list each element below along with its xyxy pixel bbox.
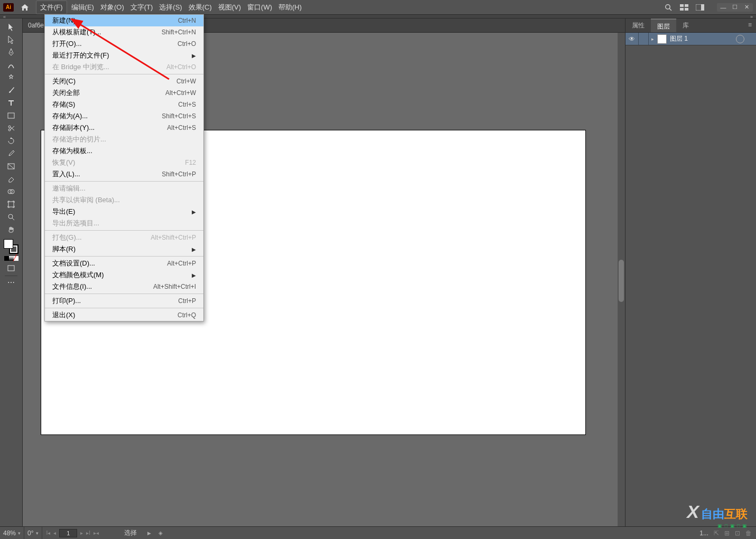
curvature-tool[interactable] bbox=[5, 60, 17, 70]
fill-swatch[interactable] bbox=[4, 239, 13, 249]
file-menu-item-9[interactable]: 存储为(A)...Shift+Ctrl+S bbox=[45, 110, 203, 122]
menubar-item-7[interactable]: 窗口(W) bbox=[245, 1, 274, 14]
zoom-field[interactable]: 48%▾ bbox=[0, 527, 24, 539]
magic-wand-tool[interactable] bbox=[5, 72, 17, 83]
artboard-tool[interactable] bbox=[5, 199, 17, 210]
menu-item-label: 文档设置(D)... bbox=[52, 259, 167, 268]
menu-item-label: 最近打开的文件(F) bbox=[52, 51, 192, 60]
menubar: Ai 文件(F)编辑(E)对象(O)文字(T)选择(S)效果(C)视图(V)窗口… bbox=[0, 0, 756, 14]
menubar-item-8[interactable]: 帮助(H) bbox=[276, 1, 304, 14]
chevron-left-icon[interactable]: « bbox=[3, 14, 6, 20]
menu-separator bbox=[45, 230, 203, 231]
file-menu-item-24[interactable]: 文档设置(D)...Alt+Ctrl+P bbox=[45, 258, 203, 269]
rotate-tool[interactable] bbox=[5, 136, 17, 146]
menubar-item-4[interactable]: 选择(S) bbox=[157, 1, 184, 14]
file-menu-item-6[interactable]: 关闭(C)Ctrl+W bbox=[45, 75, 203, 87]
status-icon-3[interactable]: ⊡ bbox=[735, 529, 740, 537]
file-menu-item-26[interactable]: 文件信息(I)...Alt+Shift+Ctrl+I bbox=[45, 281, 203, 292]
shapebuilder-tool[interactable] bbox=[5, 186, 17, 197]
layer-thumbnail bbox=[657, 34, 667, 44]
status-triangle-icon[interactable]: ▶ bbox=[147, 531, 151, 536]
file-menu-item-18[interactable]: 导出(E)▶ bbox=[45, 206, 203, 218]
target-icon[interactable] bbox=[736, 35, 744, 43]
file-menu-item-12[interactable]: 存储为模板... bbox=[45, 145, 203, 157]
panel-menu-icon[interactable]: ≡ bbox=[744, 18, 756, 32]
next-artboard-button[interactable]: ▸ bbox=[80, 530, 83, 536]
status-diamond-icon[interactable]: ◈ bbox=[158, 530, 163, 536]
menubar-item-5[interactable]: 效果(C) bbox=[186, 1, 214, 14]
pen-tool[interactable] bbox=[5, 47, 17, 58]
file-menu-item-2[interactable]: 打开(O)...Ctrl+O bbox=[45, 38, 203, 50]
workspace-icon[interactable] bbox=[696, 3, 704, 12]
menu-item-shortcut: Alt+Ctrl+O bbox=[166, 63, 196, 71]
menu-item-label: 存储为模板... bbox=[52, 146, 196, 156]
file-menu-item-0[interactable]: 新建(N)...Ctrl+N bbox=[45, 15, 203, 26]
maximize-button[interactable]: ☐ bbox=[730, 4, 740, 11]
artboard-number-input[interactable] bbox=[59, 529, 77, 537]
brush-tool[interactable] bbox=[5, 85, 17, 96]
rectangle-tool[interactable] bbox=[5, 110, 17, 121]
file-menu-item-28[interactable]: 打印(P)...Ctrl+P bbox=[45, 295, 203, 307]
expand-toggle-icon[interactable]: ▸ bbox=[649, 36, 656, 42]
type-tool[interactable] bbox=[5, 98, 17, 108]
prev-artboard-button[interactable]: ◂ bbox=[53, 530, 56, 536]
panel-tab-0[interactable]: 属性 bbox=[626, 18, 651, 32]
last-artboard-button[interactable]: ▸I bbox=[86, 530, 90, 536]
hand-tool[interactable] bbox=[5, 224, 17, 235]
status-trash-icon[interactable]: 🗑 bbox=[745, 529, 752, 537]
file-menu-item-10[interactable]: 存储副本(Y)...Alt+Ctrl+S bbox=[45, 122, 203, 134]
scrollbar-thumb[interactable] bbox=[619, 260, 624, 302]
menu-item-label: 新建(N)... bbox=[52, 16, 178, 25]
arrange-icon[interactable] bbox=[680, 3, 688, 12]
zoom-tool[interactable] bbox=[5, 212, 17, 222]
vertical-scrollbar[interactable] bbox=[618, 33, 625, 526]
status-icon-2[interactable]: ⊞ bbox=[724, 529, 730, 537]
fill-stroke-swatch[interactable] bbox=[4, 239, 18, 254]
svg-point-10 bbox=[8, 126, 11, 128]
layer-name[interactable]: 图层 1 bbox=[670, 34, 736, 43]
menubar-item-6[interactable]: 视图(V) bbox=[216, 1, 243, 14]
direct-selection-tool[interactable] bbox=[5, 34, 17, 45]
file-menu-item-30[interactable]: 退出(X)Ctrl+Q bbox=[45, 309, 203, 321]
file-menu-item-8[interactable]: 存储(S)Ctrl+S bbox=[45, 99, 203, 110]
menubar-item-3[interactable]: 文字(T) bbox=[128, 1, 155, 14]
menu-item-label: 文档颜色模式(M) bbox=[52, 270, 192, 280]
scissors-tool[interactable] bbox=[5, 123, 17, 134]
menubar-item-0[interactable]: 文件(F) bbox=[36, 1, 67, 14]
file-menu-item-22[interactable]: 脚本(R)▶ bbox=[45, 243, 203, 255]
svg-rect-2 bbox=[680, 4, 684, 7]
file-menu-item-21: 打包(G)...Alt+Shift+Ctrl+P bbox=[45, 232, 203, 243]
artboard-nav-button[interactable]: ▸◂ bbox=[94, 530, 99, 536]
edit-toolbar-button[interactable]: ⋯ bbox=[5, 276, 17, 286]
panel-tab-1[interactable]: 图层 bbox=[651, 18, 676, 32]
gradient-tool[interactable] bbox=[5, 161, 17, 172]
close-window-button[interactable]: ✕ bbox=[741, 4, 752, 11]
status-icon-1[interactable]: ⇱ bbox=[714, 529, 719, 537]
first-artboard-button[interactable]: I◂ bbox=[46, 530, 51, 536]
layer-row[interactable]: 👁▸图层 1 bbox=[626, 33, 756, 45]
file-menu-item-1[interactable]: 从模板新建(T)...Shift+Ctrl+N bbox=[45, 26, 203, 38]
file-menu-item-3[interactable]: 最近打开的文件(F)▶ bbox=[45, 50, 203, 61]
selection-tool[interactable] bbox=[5, 22, 17, 32]
search-icon[interactable] bbox=[664, 3, 673, 12]
file-menu-item-14[interactable]: 置入(L)...Shift+Ctrl+P bbox=[45, 168, 203, 180]
home-icon[interactable] bbox=[19, 3, 31, 12]
window-controls: — ☐ ✕ bbox=[717, 3, 753, 12]
panel-tab-2[interactable]: 库 bbox=[676, 18, 695, 32]
normal-color-icon[interactable] bbox=[4, 256, 9, 261]
menubar-item-2[interactable]: 对象(O) bbox=[98, 1, 126, 14]
menu-item-shortcut: Ctrl+S bbox=[178, 101, 196, 108]
menu-item-label: 导出(E) bbox=[52, 207, 192, 216]
menubar-item-1[interactable]: 编辑(E) bbox=[69, 1, 96, 14]
screen-mode-tool[interactable] bbox=[5, 263, 17, 273]
eraser-tool[interactable] bbox=[5, 174, 17, 184]
minimize-button[interactable]: — bbox=[718, 4, 729, 11]
rotation-field[interactable]: 0°▾ bbox=[24, 527, 42, 539]
lock-column[interactable] bbox=[638, 33, 649, 45]
none-color-icon[interactable]: ╱ bbox=[14, 256, 18, 261]
eyedropper-tool[interactable] bbox=[5, 148, 17, 159]
visibility-icon[interactable]: 👁 bbox=[626, 35, 638, 43]
file-menu-item-25[interactable]: 文档颜色模式(M)▶ bbox=[45, 269, 203, 281]
file-menu-item-7[interactable]: 关闭全部Alt+Ctrl+W bbox=[45, 87, 203, 99]
file-menu-item-16: 邀请编辑... bbox=[45, 183, 203, 194]
